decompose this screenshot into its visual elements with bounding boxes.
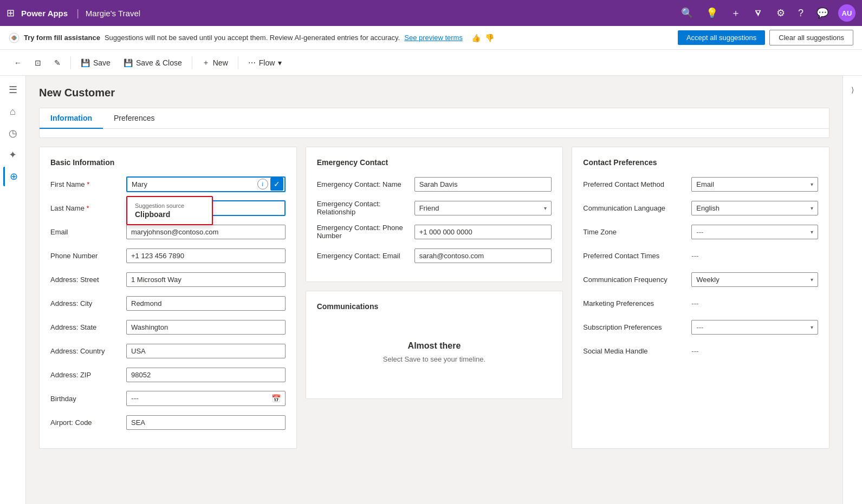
ec-email-input[interactable] <box>414 248 552 263</box>
country-input[interactable] <box>126 344 286 358</box>
sidebar-hamburger[interactable]: ☰ <box>3 80 23 100</box>
contact-method-select[interactable]: Email ▾ <box>691 177 818 192</box>
flow-button[interactable]: ⋯ Flow ▾ <box>243 55 288 70</box>
sub-prefs-select[interactable]: --- ▾ <box>691 320 818 335</box>
info-icon[interactable]: i <box>257 179 268 189</box>
comm-freq-row: Communication Frequency Weekly ▾ <box>583 271 818 288</box>
city-row: Address: City <box>50 294 286 312</box>
feedback-icon[interactable]: 💬 <box>816 7 828 19</box>
ec-phone-input[interactable] <box>414 225 552 239</box>
timezone-select[interactable]: --- ▾ <box>691 225 818 239</box>
social-media-value: --- <box>691 347 698 355</box>
ec-rel-label: Emergency Contact: Relationship <box>317 200 414 216</box>
save-close-icon: 💾 <box>124 58 133 67</box>
zip-input[interactable] <box>126 368 286 382</box>
thumbs-down-icon[interactable]: 👎 <box>485 34 494 42</box>
zip-row: Address: ZIP <box>50 366 286 383</box>
comm-freq-value: Weekly <box>696 276 719 284</box>
almost-there: Almost there Select Save to see your tim… <box>317 319 552 385</box>
email-row: Email <box>50 223 286 240</box>
ec-relationship-select[interactable]: Friend ▾ <box>414 201 552 215</box>
save-icon: 💾 <box>81 58 90 67</box>
save-button[interactable]: 💾 Save <box>75 55 116 70</box>
ec-email-row: Emergency Contact: Email <box>317 247 552 264</box>
birthday-date-wrapper[interactable]: --- 📅 <box>126 391 286 406</box>
add-icon[interactable]: ＋ <box>731 6 741 19</box>
top-nav: ⊞ Power Apps | Margie's Travel 🔍 💡 ＋ ⛛ ⚙… <box>0 0 862 26</box>
restore-icon: ⊡ <box>35 58 41 67</box>
thumbs-up-icon[interactable]: 👍 <box>471 34 481 42</box>
airport-label: Airport: Code <box>50 418 126 427</box>
country-label: Address: Country <box>50 347 126 355</box>
first-name-wrapper: i ✓ Suggestion source Clipboard <box>126 176 286 192</box>
email-label: Email <box>50 228 126 236</box>
back-icon: ← <box>14 58 22 67</box>
timezone-label: Time Zone <box>583 228 691 236</box>
phone-label: Phone Number <box>50 252 126 260</box>
comm-lang-row: Communication Language English ▾ <box>583 199 818 217</box>
edit-button[interactable]: ✎ <box>49 55 66 70</box>
settings-icon[interactable]: ⚙ <box>776 7 785 19</box>
tab-preferences[interactable]: Preferences <box>103 108 165 129</box>
accept-check-icon[interactable]: ✓ <box>270 178 283 191</box>
sidebar-favorites[interactable]: ✦ <box>3 145 23 165</box>
street-label: Address: Street <box>50 276 126 284</box>
restore-button[interactable]: ⊡ <box>29 55 47 70</box>
timezone-row: Time Zone --- ▾ <box>583 223 818 240</box>
banner-try-label: Try form fill assistance <box>24 34 100 42</box>
right-sidebar-collapse-icon[interactable]: ⟩ <box>843 80 862 100</box>
contact-times-value: --- <box>691 252 698 260</box>
search-icon[interactable]: 🔍 <box>681 7 693 19</box>
sidebar-home[interactable]: ⌂ <box>3 102 23 121</box>
airport-input[interactable] <box>126 415 286 430</box>
comm-freq-select[interactable]: Weekly ▾ <box>691 272 818 287</box>
accept-all-button[interactable]: Accept all suggestions <box>678 30 765 45</box>
street-input[interactable] <box>126 272 286 287</box>
comm-freq-chevron: ▾ <box>811 277 813 283</box>
back-button[interactable]: ← <box>9 55 27 70</box>
phone-input[interactable] <box>126 248 286 263</box>
new-button[interactable]: ＋ New <box>197 55 234 71</box>
city-input[interactable] <box>126 296 286 311</box>
timezone-value: --- <box>696 228 703 236</box>
clear-all-button[interactable]: Clear all suggestions <box>769 30 853 45</box>
ec-relationship-chevron: ▾ <box>544 205 547 211</box>
state-row: Address: State <box>50 318 286 336</box>
comm-lang-select[interactable]: English ▾ <box>691 201 818 215</box>
email-input[interactable] <box>126 225 286 239</box>
state-input[interactable] <box>126 320 286 335</box>
contact-method-chevron: ▾ <box>811 181 813 187</box>
filter-icon[interactable]: ⛛ <box>754 8 763 19</box>
comm-lang-chevron: ▾ <box>811 205 813 211</box>
left-sidebar: ☰ ⌂ ◷ ✦ ⊕ <box>0 76 26 504</box>
tabs-container: Information Preferences <box>39 108 829 138</box>
feedback-icons: 👍 👎 <box>471 34 494 42</box>
marketing-prefs-label: Marketing Preferences <box>583 299 691 307</box>
sidebar-globe[interactable]: ⊕ <box>3 167 23 186</box>
sub-prefs-chevron: ▾ <box>811 324 813 330</box>
banner-preview-terms-link[interactable]: See preview terms <box>404 34 463 42</box>
save-close-button[interactable]: 💾 Save & Close <box>118 55 187 70</box>
sub-prefs-label: Subscription Preferences <box>583 323 691 331</box>
app-grid-icon[interactable]: ⊞ <box>7 7 15 19</box>
help-icon[interactable]: ? <box>798 8 803 19</box>
street-row: Address: Street <box>50 271 286 288</box>
tabs: Information Preferences <box>40 108 829 129</box>
city-label: Address: City <box>50 299 126 307</box>
main-area: ☰ ⌂ ◷ ✦ ⊕ New Customer Information Prefe… <box>0 76 862 504</box>
marketing-prefs-row: Marketing Preferences --- <box>583 294 818 312</box>
basic-information-section: Basic Information First Name i ✓ Suggest… <box>39 147 297 449</box>
tab-information[interactable]: Information <box>40 108 103 129</box>
ec-name-input[interactable] <box>414 177 552 192</box>
state-label: Address: State <box>50 323 126 331</box>
emergency-contact-title: Emergency Contact <box>317 158 552 167</box>
calendar-icon[interactable]: 📅 <box>271 394 281 403</box>
avatar[interactable]: AU <box>838 4 855 22</box>
almost-there-desc: Select Save to see your timeline. <box>383 355 485 363</box>
lightbulb-icon[interactable]: 💡 <box>706 7 718 19</box>
comm-freq-label: Communication Frequency <box>583 276 691 284</box>
contact-times-label: Preferred Contact Times <box>583 252 691 260</box>
flow-icon: ⋯ <box>248 58 256 67</box>
contact-method-value: Email <box>696 180 714 188</box>
sidebar-recent[interactable]: ◷ <box>3 123 23 143</box>
